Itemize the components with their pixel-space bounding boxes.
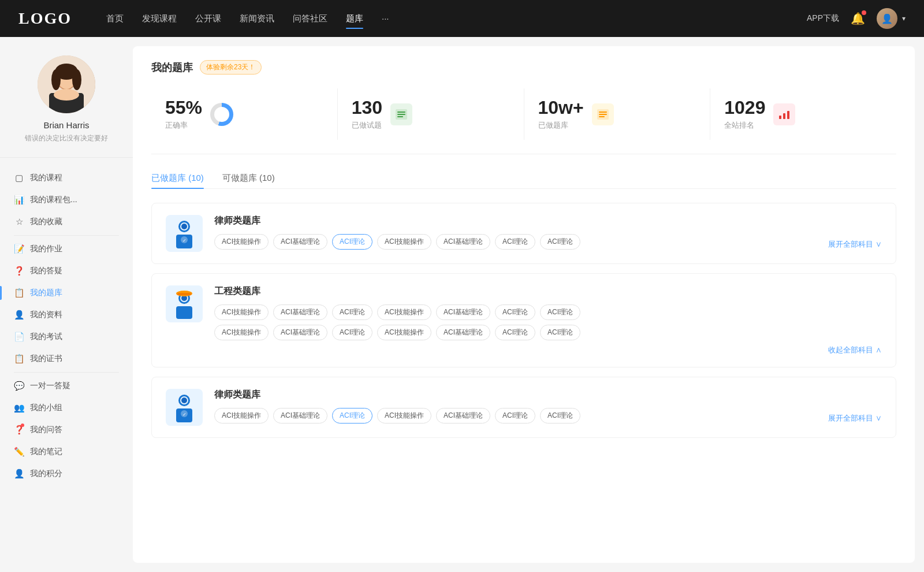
lawyer-person-svg: ✓ <box>170 218 198 248</box>
homework-icon: 📝 <box>14 244 24 254</box>
lawyer2-tag-6[interactable]: ACI理论 <box>495 408 535 424</box>
lawyer2-tag-3-active[interactable]: ACI理论 <box>332 408 372 424</box>
stat-rank-text: 1029 全站排名 <box>724 98 765 131</box>
tags-container: ACI技能操作 ACI基础理论 ACI理论 ACI技能操作 ACI基础理论 AC… <box>214 234 882 250</box>
sidebar-item-label: 我的笔记 <box>30 447 62 457</box>
eng-extra-tag-3[interactable]: ACI理论 <box>332 325 372 340</box>
notification-dot <box>862 10 866 15</box>
sidebar-item-my-questions[interactable]: ❓ 我的问答 <box>0 419 133 441</box>
nav-qa[interactable]: 问答社区 <box>293 11 327 27</box>
user-avatar-wrapper[interactable]: 👤 ▾ <box>877 8 906 29</box>
lawyer2-tag-4[interactable]: ACI技能操作 <box>377 408 431 424</box>
list-green-icon <box>394 107 408 121</box>
qbank-card-lawyer-1: ✓ 律师类题库 ACI技能操作 ACI基础理论 ACI理论 ACI技能操作 AC… <box>151 203 896 264</box>
notification-bell[interactable]: 🔔 <box>851 12 865 25</box>
qbank-card-inner-3: ✓ 律师类题库 ACI技能操作 ACI基础理论 ACI理论 ACI技能操作 AC… <box>166 389 882 426</box>
sidebar-item-my-exam[interactable]: 📄 我的考试 <box>0 326 133 348</box>
stat-accuracy-label: 正确率 <box>165 120 202 131</box>
user-motto: 错误的决定比没有决定要好 <box>25 133 108 143</box>
tag-aci-theory-2[interactable]: ACI理论 <box>495 234 535 250</box>
app-download-link[interactable]: APP下载 <box>807 13 839 24</box>
nav-more[interactable]: ··· <box>382 11 389 27</box>
tag-aci-skill-op-2[interactable]: ACI技能操作 <box>377 234 431 250</box>
qbank-card-engineer: 工程类题库 ACI技能操作 ACI基础理论 ACI理论 ACI技能操作 ACI基… <box>151 273 896 367</box>
eng-extra-tag-1[interactable]: ACI技能操作 <box>214 325 269 340</box>
qbank-engineer-icon <box>166 285 203 322</box>
tag-aci-basic-theory-1[interactable]: ACI基础理论 <box>273 234 327 250</box>
eng-tag-1[interactable]: ACI技能操作 <box>214 304 269 320</box>
eng-extra-tag-6[interactable]: ACI理论 <box>495 325 535 340</box>
sidebar-item-favorites[interactable]: ☆ 我的收藏 <box>0 211 133 233</box>
list-orange-icon <box>596 107 610 121</box>
tag-aci-theory-3[interactable]: ACI理论 <box>540 234 580 250</box>
sidebar-item-question-bank[interactable]: 📋 我的题库 <box>0 282 133 304</box>
sidebar-item-label: 我的积分 <box>30 469 62 479</box>
nav-question-bank[interactable]: 题库 <box>346 11 363 27</box>
tag-aci-theory-active[interactable]: ACI理论 <box>332 234 372 250</box>
qbank-card-inner: ✓ 律师类题库 ACI技能操作 ACI基础理论 ACI理论 ACI技能操作 AC… <box>166 215 882 252</box>
nav-discover[interactable]: 发现课程 <box>142 11 177 27</box>
svg-rect-26 <box>176 306 192 319</box>
sidebar-item-label: 我的收藏 <box>30 217 62 227</box>
sidebar-menu: ▢ 我的课程 📊 我的课程包... ☆ 我的收藏 📝 我的作业 ❓ 我的答疑 📋 <box>0 158 133 494</box>
eng-tag-5[interactable]: ACI基础理论 <box>436 304 490 320</box>
eng-tag-6[interactable]: ACI理论 <box>495 304 535 320</box>
eng-extra-tag-7[interactable]: ACI理论 <box>540 325 580 340</box>
sidebar-item-my-notes[interactable]: ✏️ 我的笔记 <box>0 441 133 463</box>
eng-extra-tag-2[interactable]: ACI基础理论 <box>273 325 327 340</box>
sidebar-item-label: 我的资料 <box>30 310 62 320</box>
nav-news[interactable]: 新闻资讯 <box>240 11 274 27</box>
svg-rect-17 <box>783 113 785 119</box>
lawyer2-tag-2[interactable]: ACI基础理论 <box>273 408 327 424</box>
lawyer2-tag-7[interactable]: ACI理论 <box>540 408 580 424</box>
nav-home[interactable]: 首页 <box>106 11 124 27</box>
svg-rect-9 <box>397 112 405 113</box>
sidebar-item-label: 我的问答 <box>30 425 62 435</box>
sidebar-item-my-data[interactable]: 👤 我的资料 <box>0 304 133 326</box>
sidebar-item-my-course[interactable]: ▢ 我的课程 <box>0 167 133 189</box>
eng-tag-2[interactable]: ACI基础理论 <box>273 304 327 320</box>
svg-rect-14 <box>599 114 607 115</box>
tab-done-banks[interactable]: 已做题库 (10) <box>151 168 204 188</box>
sidebar-item-label: 我的课程 <box>30 173 62 183</box>
lawyer2-tag-1[interactable]: ACI技能操作 <box>214 408 269 424</box>
sidebar-item-my-group[interactable]: 👥 我的小组 <box>0 397 133 419</box>
tags-row-1: ACI技能操作 ACI基础理论 ACI理论 ACI技能操作 ACI基础理论 AC… <box>214 304 882 320</box>
my-notes-icon: ✏️ <box>14 447 24 457</box>
stat-accuracy: 55% 正确率 <box>151 88 338 140</box>
eng-tag-3[interactable]: ACI理论 <box>332 304 372 320</box>
avatar-image: 👤 <box>877 8 897 29</box>
lawyer2-tag-5[interactable]: ACI基础理论 <box>436 408 490 424</box>
expand-link-1[interactable]: 展开全部科目 ∨ <box>828 239 882 250</box>
sidebar-item-my-qa[interactable]: ❓ 我的答疑 <box>0 260 133 282</box>
navbar: LOGO 首页 发现课程 公开课 新闻资讯 问答社区 题库 ··· APP下载 … <box>0 0 924 37</box>
eng-tag-7[interactable]: ACI理论 <box>540 304 580 320</box>
tag-aci-skill-op-1[interactable]: ACI技能操作 <box>214 234 269 250</box>
sidebar-item-homework[interactable]: 📝 我的作业 <box>0 238 133 260</box>
expand-link-3[interactable]: 展开全部科目 ∨ <box>828 413 882 424</box>
svg-point-4 <box>54 89 79 101</box>
sidebar-item-one-on-one[interactable]: 💬 一对一答疑 <box>0 375 133 397</box>
my-course-icon: ▢ <box>14 173 24 183</box>
qbank-details-3: 律师类题库 ACI技能操作 ACI基础理论 ACI理论 ACI技能操作 ACI基… <box>214 389 882 424</box>
stat-banks-value: 10w+ <box>538 98 584 118</box>
qbank-lawyer-icon-2: ✓ <box>166 389 203 426</box>
engineer-person-svg <box>170 289 198 319</box>
eng-extra-tag-4[interactable]: ACI技能操作 <box>377 325 431 340</box>
sidebar-item-my-points[interactable]: 👤 我的积分 <box>0 463 133 485</box>
eng-tag-4[interactable]: ACI技能操作 <box>377 304 431 320</box>
rank-icon <box>773 103 795 125</box>
accuracy-donut-chart <box>210 103 233 126</box>
collapse-link[interactable]: 收起全部科目 ∧ <box>214 345 882 355</box>
my-exam-icon: 📄 <box>14 332 24 342</box>
tag-aci-basic-theory-2[interactable]: ACI基础理论 <box>436 234 490 250</box>
tab-available-banks[interactable]: 可做题库 (10) <box>222 168 275 188</box>
eng-extra-tag-5[interactable]: ACI基础理论 <box>436 325 490 340</box>
sidebar-item-course-package[interactable]: 📊 我的课程包... <box>0 189 133 211</box>
qa-icon: ❓ <box>14 266 24 276</box>
nav-open-course[interactable]: 公开课 <box>195 11 221 27</box>
sidebar-item-label: 一对一答疑 <box>30 381 70 391</box>
stat-banks-text: 10w+ 已做题库 <box>538 98 584 131</box>
sidebar-item-certificate[interactable]: 📋 我的证书 <box>0 348 133 370</box>
qbank-lawyer-icon: ✓ <box>166 215 203 252</box>
